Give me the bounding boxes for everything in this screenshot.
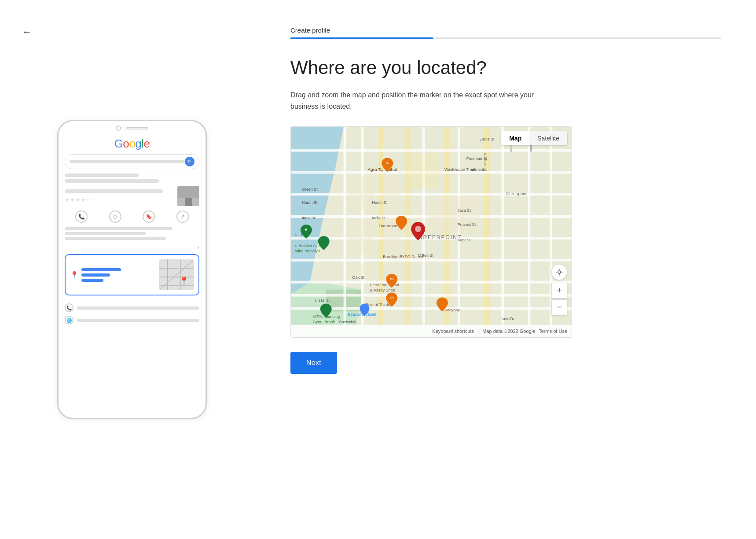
svg-rect-24 — [344, 127, 346, 325]
map-card-left: 📍 — [70, 268, 155, 282]
page-description: Drag and zoom the map and position the m… — [290, 89, 554, 112]
svg-text:& Pastry Shop: & Pastry Shop — [370, 288, 395, 292]
svg-text:Rule of Thirds: Rule of Thirds — [365, 303, 390, 307]
search-bar-placeholder — [70, 160, 185, 163]
zoom-in-button[interactable]: + — [551, 283, 567, 299]
skeleton-line — [77, 319, 199, 322]
terms-of-use-link[interactable]: Terms of Use — [539, 329, 567, 334]
svg-point-79 — [558, 271, 561, 273]
phone-camera — [116, 126, 121, 131]
phone-mockup: Google 🔍 ★★★★☆ — [57, 120, 207, 419]
svg-text:N Henry St: N Henry St — [483, 152, 487, 170]
svg-text:GREENPOINT: GREENPOINT — [418, 234, 462, 240]
svg-text:Agra Taj Mahal: Agra Taj Mahal — [367, 167, 396, 172]
google-logo: Google — [65, 137, 199, 151]
progress-bar-filled — [290, 37, 433, 39]
search-bar: 🔍 — [65, 154, 199, 169]
svg-rect-34 — [427, 197, 480, 233]
skeleton-line — [65, 232, 146, 235]
phone-row: 📞 — [65, 303, 199, 312]
svg-text:India St: India St — [372, 216, 385, 220]
call-icon: 📞 — [75, 210, 88, 223]
phone-call-icon: 📞 — [65, 303, 73, 312]
svg-text:Brooklyn EXPO Center: Brooklyn EXPO Center — [383, 254, 423, 258]
skeleton-line — [65, 179, 159, 183]
progress-section: Create profile — [290, 26, 721, 39]
pin-icon: 📍 — [70, 271, 79, 279]
skeleton-line — [65, 189, 163, 193]
map-data-label: Map data ©2022 Google — [482, 329, 535, 334]
skeleton-line — [77, 306, 199, 310]
chevron-right-icon: › — [65, 244, 199, 251]
left-panel: ← Google 🔍 — [0, 0, 264, 539]
phone-top-bar — [59, 121, 206, 133]
svg-text:Ponyboy: Ponyboy — [444, 308, 460, 312]
skeleton-lines-1 — [65, 174, 199, 183]
svg-text:Wastewater Treatment...: Wastewater Treatment... — [444, 167, 487, 172]
progress-label: Create profile — [290, 26, 721, 34]
svg-rect-32 — [383, 175, 400, 210]
svg-rect-31 — [348, 175, 374, 210]
svg-text:Huron St: Huron St — [372, 200, 388, 205]
map-thumb-svg — [159, 259, 194, 290]
phone-row: 🌐 — [65, 316, 199, 325]
page-title: Where are you located? — [290, 57, 721, 79]
svg-text:Huron St: Huron St — [302, 200, 318, 205]
svg-text:Oak St: Oak St — [352, 275, 365, 279]
skeleton-line — [65, 227, 172, 230]
satellite-tab-button[interactable]: Satellite — [529, 131, 567, 145]
store-thumbnail — [177, 186, 199, 206]
svg-text:wing Brooklyn: wing Brooklyn — [295, 248, 320, 253]
footer-separator: · — [477, 329, 479, 334]
back-arrow-icon: ← — [22, 26, 32, 38]
phone-speaker — [126, 127, 148, 129]
map-type-toggle[interactable]: Map Satellite — [501, 131, 567, 145]
globe-icon: 🌐 — [65, 316, 73, 325]
more-skeleton-lines — [65, 227, 199, 240]
map-svg: Eagle St Freeman St Green St Huron St In… — [291, 127, 572, 325]
map-zoom-controls: + − — [551, 283, 567, 315]
right-panel: Create profile Where are you located? Dr… — [264, 0, 756, 539]
svg-text:🍽: 🍽 — [386, 162, 389, 165]
svg-text:❀: ❀ — [305, 228, 308, 232]
svg-text:🍽: 🍽 — [390, 296, 393, 299]
map-inner: Eagle St Freeman St Green St Huron St In… — [291, 127, 572, 325]
svg-text:AutoZo...: AutoZo... — [502, 317, 517, 321]
share-icon: ↗ — [176, 210, 189, 223]
svg-rect-28 — [502, 127, 504, 325]
map-pin-thumb: 📍 — [179, 276, 189, 286]
search-icon: 🔍 — [185, 157, 195, 166]
svg-text:Java St: Java St — [458, 208, 471, 213]
map-tab-button[interactable]: Map — [501, 131, 529, 145]
card-line — [81, 273, 110, 277]
next-button[interactable]: Next — [290, 352, 337, 374]
svg-text:Oxomoco: Oxomoco — [378, 223, 397, 228]
keyboard-shortcuts-link[interactable]: Keyboard shortcuts — [432, 329, 474, 334]
action-icons-row: 📞 ◇ 🔖 ↗ — [65, 210, 199, 223]
star-rating: ★★★★☆ — [65, 196, 174, 203]
business-row: ★★★★☆ — [65, 186, 199, 206]
map-container[interactable]: Eagle St Freeman St Green St Huron St In… — [290, 126, 572, 338]
svg-text:N 11th St: N 11th St — [315, 299, 330, 303]
svg-text:Gym - Brook...: Gym - Brook... — [313, 320, 338, 324]
store-door — [185, 197, 192, 206]
map-thumbnail: 📍 — [159, 259, 194, 290]
card-line — [81, 279, 103, 282]
svg-rect-35 — [348, 219, 374, 255]
svg-rect-33 — [405, 153, 440, 188]
svg-text:Greenpoint: Greenpoint — [506, 191, 527, 196]
progress-bar-empty — [435, 37, 721, 39]
store-roof — [177, 186, 199, 198]
card-lines — [81, 268, 121, 282]
locate-icon — [555, 268, 563, 276]
phone-bottom: 📞 🌐 — [59, 303, 206, 328]
svg-rect-29 — [528, 127, 530, 325]
svg-text:Bushwick: Bushwick — [339, 320, 356, 324]
svg-point-73 — [415, 226, 421, 232]
phone-content: Google 🔍 ★★★★☆ — [59, 133, 206, 303]
skeleton-line — [65, 174, 139, 177]
zoom-out-button[interactable]: − — [551, 299, 567, 315]
directions-icon: ◇ — [109, 210, 121, 223]
locate-button[interactable] — [551, 264, 567, 280]
back-button[interactable]: ← — [22, 26, 32, 38]
